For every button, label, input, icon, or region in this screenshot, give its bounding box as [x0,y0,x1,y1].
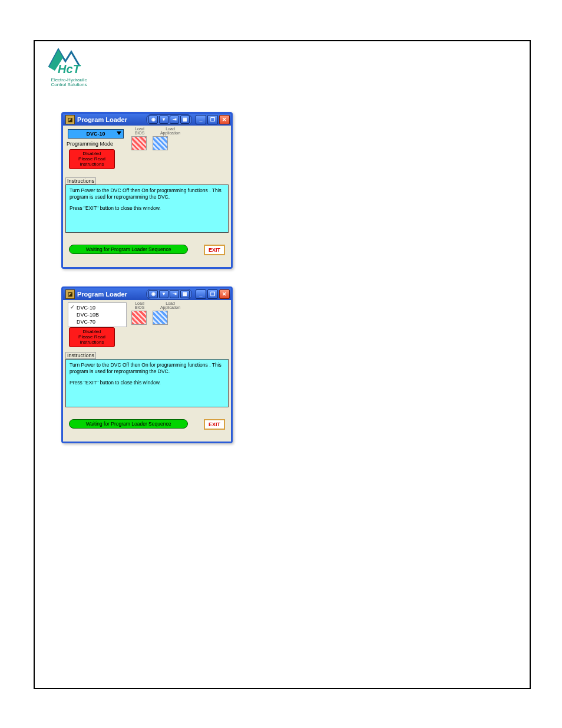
programming-mode-label: Programming Mode [67,141,113,147]
exit-button[interactable]: EXIT [204,419,225,430]
titlebar-tool-group: ◉ ▾ ⇥ ▦ [146,289,192,299]
tool-eye-icon[interactable]: ◉ [148,290,158,298]
device-dropdown[interactable]: DVC-10 [68,129,124,139]
device-option-dvc10b[interactable]: DVC-10B [68,311,126,318]
device-dropdown-value: DVC-10 [86,131,105,137]
instructions-paragraph-2: Press "EXIT" button to close this window… [70,205,224,212]
tool-grid-icon[interactable]: ▦ [180,116,190,124]
load-application-button[interactable] [153,311,168,325]
tool-grid-icon[interactable]: ▦ [180,290,190,298]
tool-export-icon[interactable]: ⇥ [170,290,179,298]
svg-text:HcT: HcT [58,62,81,75]
instructions-heading: Instructions [65,177,96,185]
mode-status-line1: Disabled [71,329,113,334]
instructions-paragraph-1: Turn Power to the DVC Off then On for pr… [70,187,224,200]
instructions-paragraph-1: Turn Power to the DVC Off then On for pr… [70,362,224,375]
tool-export-icon[interactable]: ⇥ [170,116,179,124]
mode-status-line2: Please Read [71,156,113,162]
logo-tagline-2: Control Solutions [43,83,95,87]
mode-status-box: Disabled Please Read Instructions [69,149,115,169]
load-labels: Load BIOS Load Application [129,127,181,135]
close-button[interactable]: ✕ [219,115,230,124]
status-pill: Waiting for Program Loader Sequence [69,419,188,429]
titlebar-tool-group: ◉ ▾ ⇥ ▦ [146,114,192,125]
titlebar[interactable]: ◪ Program Loader ◉ ▾ ⇥ ▦ _ ❐ ✕ [63,114,231,126]
load-labels: Load BIOS Load Application [129,301,181,309]
document-frame: HcT Electro-Hydraulic Control Solutions … [34,40,531,689]
instructions-text: Turn Power to the DVC Off then On for pr… [65,359,229,407]
chevron-down-icon [117,131,121,135]
window-body: DVC-10 DVC-10B DVC-70 Disabled Please Re… [63,300,231,442]
window-title: Program Loader [77,116,127,123]
device-option-dvc70[interactable]: DVC-70 [68,318,126,325]
device-dropdown-list[interactable]: DVC-10 DVC-10B DVC-70 [68,302,127,327]
mode-status-line1: Disabled [71,151,113,156]
mode-status-line2: Please Read [71,334,113,340]
device-option-dvc10[interactable]: DVC-10 [68,304,126,311]
tool-down-icon[interactable]: ▾ [159,290,168,298]
titlebar[interactable]: ◪ Program Loader ◉ ▾ ⇥ ▦ _ ❐ ✕ [63,288,231,300]
program-loader-window: ◪ Program Loader ◉ ▾ ⇥ ▦ _ ❐ ✕ DVC-10 Pr… [61,112,233,269]
mountain-logo-icon: HcT [48,46,90,77]
close-button[interactable]: ✕ [219,289,230,299]
restore-button[interactable]: ❐ [207,289,218,299]
window-title: Program Loader [77,291,127,298]
mode-status-line3: Instructions [71,340,113,345]
load-bios-label: Load BIOS [129,127,150,135]
tool-eye-icon[interactable]: ◉ [148,116,158,124]
app-icon: ◪ [65,289,75,299]
hct-logo: HcT Electro-Hydraulic Control Solutions [43,46,95,88]
tool-down-icon[interactable]: ▾ [159,116,168,124]
instructions-text: Turn Power to the DVC Off then On for pr… [65,185,229,233]
load-bios-button[interactable] [131,311,147,325]
minimize-button[interactable]: _ [196,289,206,299]
mode-status-box: Disabled Please Read Instructions [69,327,115,347]
status-pill: Waiting for Program Loader Sequence [69,245,188,254]
window-body: DVC-10 Programming Mode Disabled Please … [63,126,231,267]
program-loader-window-open: ◪ Program Loader ◉ ▾ ⇥ ▦ _ ❐ ✕ DVC-10 DV… [61,286,233,443]
load-bios-label: Load BIOS [129,301,150,309]
instructions-heading: Instructions [65,352,96,359]
restore-button[interactable]: ❐ [207,115,218,124]
load-bios-button[interactable] [131,136,147,150]
minimize-button[interactable]: _ [196,115,206,124]
load-application-label: Load Application [160,301,181,309]
instructions-paragraph-2: Press "EXIT" button to close this window… [70,380,224,386]
mode-status-line3: Instructions [71,162,113,167]
load-application-label: Load Application [160,127,181,135]
exit-button[interactable]: EXIT [204,245,225,255]
app-icon: ◪ [65,115,75,124]
load-application-button[interactable] [153,136,168,150]
